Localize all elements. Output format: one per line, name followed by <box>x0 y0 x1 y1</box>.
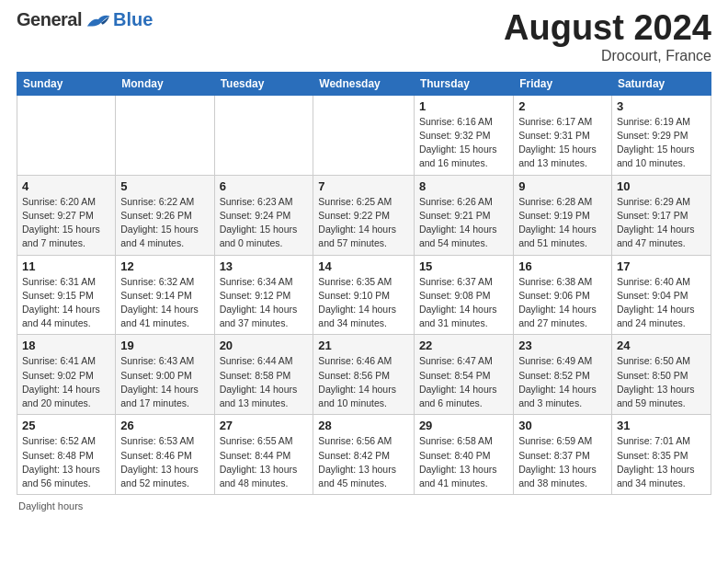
calendar-cell: 8Sunrise: 6:26 AMSunset: 9:21 PMDaylight… <box>414 175 513 255</box>
day-detail: Sunrise: 6:46 AMSunset: 8:56 PMDaylight:… <box>318 354 409 410</box>
day-number: 20 <box>220 339 309 352</box>
calendar-cell <box>313 95 415 175</box>
calendar-header-row: SundayMondayTuesdayWednesdayThursdayFrid… <box>17 72 711 95</box>
day-detail: Sunrise: 6:52 AMSunset: 8:48 PMDaylight:… <box>22 434 110 490</box>
day-detail: Sunrise: 6:44 AMSunset: 8:58 PMDaylight:… <box>220 354 309 410</box>
day-detail: Sunrise: 6:59 AMSunset: 8:37 PMDaylight:… <box>518 434 607 490</box>
calendar-week-row: 1Sunrise: 6:16 AMSunset: 9:32 PMDaylight… <box>17 95 711 175</box>
day-number: 1 <box>419 99 508 113</box>
day-number: 24 <box>617 339 706 352</box>
calendar-cell: 3Sunrise: 6:19 AMSunset: 9:29 PMDaylight… <box>611 95 711 175</box>
day-number: 21 <box>318 339 409 352</box>
calendar-week-row: 18Sunrise: 6:41 AMSunset: 9:02 PMDayligh… <box>17 335 711 415</box>
calendar-cell: 23Sunrise: 6:49 AMSunset: 8:52 PMDayligh… <box>514 335 612 415</box>
day-detail: Sunrise: 6:34 AMSunset: 9:12 PMDaylight:… <box>220 275 309 331</box>
logo-general-text: General <box>17 9 82 30</box>
day-number: 12 <box>120 259 209 273</box>
calendar-cell: 16Sunrise: 6:38 AMSunset: 9:06 PMDayligh… <box>514 255 612 335</box>
calendar-cell: 28Sunrise: 6:56 AMSunset: 8:42 PMDayligh… <box>313 415 415 495</box>
logo-bird-icon <box>85 10 111 30</box>
day-detail: Sunrise: 6:32 AMSunset: 9:14 PMDaylight:… <box>120 275 209 331</box>
day-number: 8 <box>419 179 508 193</box>
day-number: 13 <box>220 259 309 273</box>
calendar-cell: 17Sunrise: 6:40 AMSunset: 9:04 PMDayligh… <box>611 255 711 335</box>
calendar-cell: 21Sunrise: 6:46 AMSunset: 8:56 PMDayligh… <box>313 335 415 415</box>
calendar-week-row: 4Sunrise: 6:20 AMSunset: 9:27 PMDaylight… <box>17 175 711 255</box>
day-detail: Sunrise: 6:20 AMSunset: 9:27 PMDaylight:… <box>22 195 110 251</box>
day-number: 6 <box>220 179 309 193</box>
calendar-cell: 2Sunrise: 6:17 AMSunset: 9:31 PMDaylight… <box>514 95 612 175</box>
day-detail: Sunrise: 6:50 AMSunset: 8:50 PMDaylight:… <box>617 354 706 410</box>
calendar-cell: 25Sunrise: 6:52 AMSunset: 8:48 PMDayligh… <box>17 415 116 495</box>
calendar-table: SundayMondayTuesdayWednesdayThursdayFrid… <box>17 72 711 495</box>
day-number: 22 <box>419 339 508 352</box>
col-header-friday: Friday <box>514 72 612 95</box>
col-header-thursday: Thursday <box>414 72 513 95</box>
day-number: 25 <box>22 419 110 432</box>
day-detail: Sunrise: 6:41 AMSunset: 9:02 PMDaylight:… <box>22 354 110 410</box>
location: Drocourt, France <box>504 48 711 64</box>
day-number: 9 <box>518 179 607 193</box>
logo-blue-text: Blue <box>113 9 153 30</box>
day-number: 5 <box>120 179 209 193</box>
day-number: 4 <box>22 179 110 193</box>
calendar-cell: 26Sunrise: 6:53 AMSunset: 8:46 PMDayligh… <box>116 415 214 495</box>
day-detail: Sunrise: 6:49 AMSunset: 8:52 PMDaylight:… <box>518 354 607 410</box>
day-detail: Sunrise: 6:43 AMSunset: 9:00 PMDaylight:… <box>120 354 209 410</box>
day-detail: Sunrise: 6:31 AMSunset: 9:15 PMDaylight:… <box>22 275 110 331</box>
day-detail: Sunrise: 6:25 AMSunset: 9:22 PMDaylight:… <box>318 195 409 251</box>
day-detail: Sunrise: 6:56 AMSunset: 8:42 PMDaylight:… <box>318 434 409 490</box>
calendar-cell: 1Sunrise: 6:16 AMSunset: 9:32 PMDaylight… <box>414 95 513 175</box>
day-number: 7 <box>318 179 409 193</box>
calendar-cell <box>116 95 214 175</box>
day-number: 19 <box>120 339 209 352</box>
day-number: 11 <box>22 259 110 273</box>
day-number: 17 <box>617 259 706 273</box>
footer-note: Daylight hours <box>17 500 711 511</box>
calendar-cell: 13Sunrise: 6:34 AMSunset: 9:12 PMDayligh… <box>214 255 313 335</box>
col-header-saturday: Saturday <box>611 72 711 95</box>
day-detail: Sunrise: 6:16 AMSunset: 9:32 PMDaylight:… <box>419 115 508 171</box>
calendar-cell: 4Sunrise: 6:20 AMSunset: 9:27 PMDaylight… <box>17 175 116 255</box>
calendar-cell: 7Sunrise: 6:25 AMSunset: 9:22 PMDaylight… <box>313 175 415 255</box>
day-number: 18 <box>22 339 110 352</box>
day-number: 14 <box>318 259 409 273</box>
day-detail: Sunrise: 6:53 AMSunset: 8:46 PMDaylight:… <box>120 434 209 490</box>
day-number: 26 <box>120 419 209 432</box>
day-detail: Sunrise: 6:28 AMSunset: 9:19 PMDaylight:… <box>518 195 607 251</box>
day-detail: Sunrise: 6:58 AMSunset: 8:40 PMDaylight:… <box>419 434 508 490</box>
logo: General Blue <box>17 9 153 30</box>
col-header-wednesday: Wednesday <box>313 72 415 95</box>
day-detail: Sunrise: 6:26 AMSunset: 9:21 PMDaylight:… <box>419 195 508 251</box>
day-number: 16 <box>518 259 607 273</box>
day-number: 2 <box>518 99 607 113</box>
day-number: 31 <box>617 419 706 432</box>
calendar-cell: 18Sunrise: 6:41 AMSunset: 9:02 PMDayligh… <box>17 335 116 415</box>
calendar-cell: 15Sunrise: 6:37 AMSunset: 9:08 PMDayligh… <box>414 255 513 335</box>
month-title: August 2024 <box>504 9 711 48</box>
day-detail: Sunrise: 6:17 AMSunset: 9:31 PMDaylight:… <box>518 115 607 171</box>
calendar-cell: 22Sunrise: 6:47 AMSunset: 8:54 PMDayligh… <box>414 335 513 415</box>
day-number: 15 <box>419 259 508 273</box>
calendar-cell: 29Sunrise: 6:58 AMSunset: 8:40 PMDayligh… <box>414 415 513 495</box>
day-number: 10 <box>617 179 706 193</box>
day-detail: Sunrise: 6:40 AMSunset: 9:04 PMDaylight:… <box>617 275 706 331</box>
calendar-cell: 10Sunrise: 6:29 AMSunset: 9:17 PMDayligh… <box>611 175 711 255</box>
calendar-cell: 14Sunrise: 6:35 AMSunset: 9:10 PMDayligh… <box>313 255 415 335</box>
day-number: 29 <box>419 419 508 432</box>
header: General Blue August 2024 Drocourt, Franc… <box>17 9 711 64</box>
day-detail: Sunrise: 6:55 AMSunset: 8:44 PMDaylight:… <box>220 434 309 490</box>
calendar-cell: 19Sunrise: 6:43 AMSunset: 9:00 PMDayligh… <box>116 335 214 415</box>
calendar-cell: 6Sunrise: 6:23 AMSunset: 9:24 PMDaylight… <box>214 175 313 255</box>
title-block: August 2024 Drocourt, France <box>504 9 711 64</box>
calendar-cell: 20Sunrise: 6:44 AMSunset: 8:58 PMDayligh… <box>214 335 313 415</box>
day-number: 30 <box>518 419 607 432</box>
day-detail: Sunrise: 6:38 AMSunset: 9:06 PMDaylight:… <box>518 275 607 331</box>
day-detail: Sunrise: 6:35 AMSunset: 9:10 PMDaylight:… <box>318 275 409 331</box>
day-detail: Sunrise: 7:01 AMSunset: 8:35 PMDaylight:… <box>617 434 706 490</box>
day-number: 28 <box>318 419 409 432</box>
day-detail: Sunrise: 6:19 AMSunset: 9:29 PMDaylight:… <box>617 115 706 171</box>
calendar-cell: 24Sunrise: 6:50 AMSunset: 8:50 PMDayligh… <box>611 335 711 415</box>
day-number: 3 <box>617 99 706 113</box>
calendar-cell: 11Sunrise: 6:31 AMSunset: 9:15 PMDayligh… <box>17 255 116 335</box>
